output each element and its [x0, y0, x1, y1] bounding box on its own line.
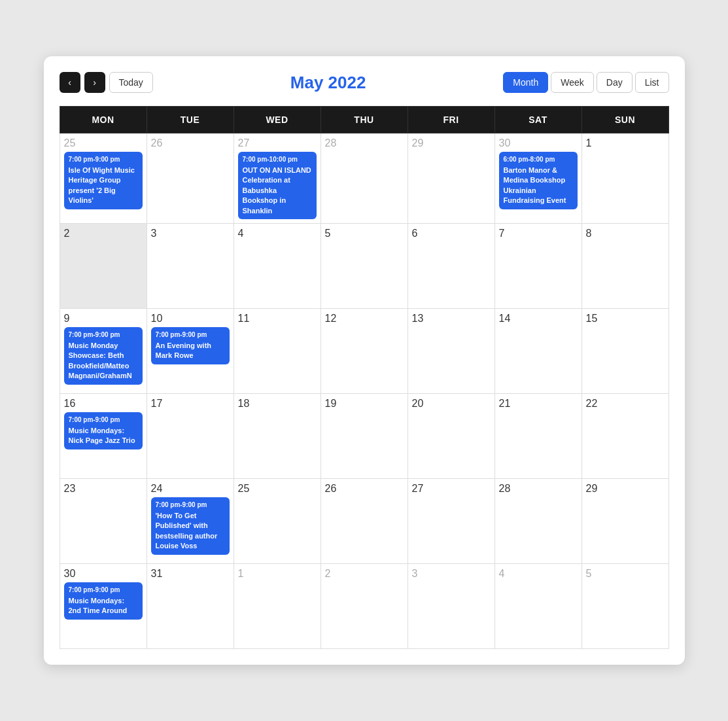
calendar-cell[interactable]: 7	[494, 223, 581, 308]
calendar-cell[interactable]: 21	[494, 393, 581, 478]
event-title: 'How To Get Published' with bestselling …	[156, 512, 218, 550]
event-title: Music Monday Showcase: Beth Brookfield/M…	[69, 342, 132, 379]
calendar-cell[interactable]: 15	[581, 308, 668, 393]
days-header-row: MONTUEWEDTHUFRISATSUN	[60, 107, 668, 133]
calendar-event[interactable]: 7:00 pm-9:00 pmIsle Of Wight Music Herit…	[64, 152, 143, 209]
calendar-grid: MONTUEWEDTHUFRISATSUN 257:00 pm-9:00 pmI…	[60, 106, 669, 649]
calendar-cell[interactable]: 18	[234, 393, 321, 478]
calendar-event[interactable]: 7:00 pm-9:00 pmAn Evening with Mark Rowe	[151, 327, 230, 364]
calendar-cell[interactable]: 2	[60, 223, 147, 308]
event-title: An Evening with Mark Rowe	[156, 342, 212, 359]
event-time: 7:00 pm-10:00 pm	[243, 155, 312, 164]
day-number: 12	[325, 313, 404, 325]
calendar-cell[interactable]: 4	[494, 563, 581, 648]
calendar-cell[interactable]: 19	[321, 393, 407, 478]
day-number: 8	[586, 228, 665, 239]
calendar-cell[interactable]: 29	[407, 133, 494, 224]
calendar-cell[interactable]: 28	[494, 478, 581, 563]
prev-button[interactable]: ‹	[60, 72, 80, 93]
calendar-cell[interactable]: 20	[407, 393, 494, 478]
calendar-cell[interactable]: 22	[581, 393, 668, 478]
day-number: 5	[586, 568, 665, 580]
day-number: 7	[499, 228, 578, 239]
day-number: 26	[325, 483, 404, 495]
calendar-cell[interactable]: 26	[147, 133, 234, 224]
view-btn-week[interactable]: Week	[551, 72, 594, 93]
calendar-cell[interactable]: 23	[60, 478, 147, 563]
calendar-cell[interactable]: 1	[234, 563, 321, 648]
calendar-cell[interactable]: 25	[234, 478, 321, 563]
day-number: 14	[499, 313, 578, 325]
calendar-cell[interactable]: 257:00 pm-9:00 pmIsle Of Wight Music Her…	[60, 133, 147, 224]
day-number: 10	[151, 313, 230, 325]
view-btn-month[interactable]: Month	[503, 72, 548, 93]
calendar-cell[interactable]: 27	[407, 478, 494, 563]
calendar-event[interactable]: 6:00 pm-8:00 pmBarton Manor & Medina Boo…	[499, 152, 578, 209]
calendar-cell[interactable]: 28	[321, 133, 407, 224]
day-number: 15	[586, 313, 665, 325]
calendar-cell[interactable]: 247:00 pm-9:00 pm'How To Get Published' …	[147, 478, 234, 563]
week-row-5: 307:00 pm-9:00 pmMusic Mondays: 2nd Time…	[60, 563, 668, 648]
calendar-cell[interactable]: 97:00 pm-9:00 pmMusic Monday Showcase: B…	[60, 308, 147, 393]
event-title: Isle Of Wight Music Heritage Group prese…	[69, 166, 135, 204]
calendar-cell[interactable]: 306:00 pm-8:00 pmBarton Manor & Medina B…	[494, 133, 581, 224]
event-title: Barton Manor & Medina Bookshop Ukrainian…	[504, 166, 566, 204]
day-header-fri: FRI	[407, 107, 494, 133]
event-title: Music Mondays: 2nd Time Around	[69, 597, 128, 614]
day-number: 18	[238, 398, 317, 410]
calendar-cell[interactable]: 3	[147, 223, 234, 308]
calendar-cell[interactable]: 2	[321, 563, 407, 648]
calendar-cell[interactable]: 26	[321, 478, 407, 563]
calendar-cell[interactable]: 107:00 pm-9:00 pmAn Evening with Mark Ro…	[147, 308, 234, 393]
calendar-cell[interactable]: 4	[234, 223, 321, 308]
week-row-1: 2345678	[60, 223, 668, 308]
day-number: 24	[151, 483, 230, 495]
calendar-cell[interactable]: 5	[321, 223, 407, 308]
view-btn-list[interactable]: List	[635, 72, 669, 93]
view-controls: MonthWeekDayList	[503, 72, 668, 93]
day-number: 28	[499, 483, 578, 495]
calendar-event[interactable]: 7:00 pm-9:00 pmMusic Monday Showcase: Be…	[64, 327, 143, 385]
calendar-cell[interactable]: 307:00 pm-9:00 pmMusic Mondays: 2nd Time…	[60, 563, 147, 648]
week-row-2: 97:00 pm-9:00 pmMusic Monday Showcase: B…	[60, 308, 668, 393]
day-number: 13	[412, 313, 491, 325]
day-number: 1	[586, 137, 665, 149]
calendar-cell[interactable]: 5	[581, 563, 668, 648]
calendar-cell[interactable]: 14	[494, 308, 581, 393]
day-number: 11	[238, 313, 317, 325]
day-number: 28	[325, 137, 404, 149]
calendar-cell[interactable]: 277:00 pm-10:00 pmOUT ON AN ISLAND Celeb…	[234, 133, 321, 224]
day-number: 20	[412, 398, 491, 410]
calendar-event[interactable]: 7:00 pm-9:00 pm'How To Get Published' wi…	[151, 497, 230, 555]
calendar-cell[interactable]: 31	[147, 563, 234, 648]
calendar-event[interactable]: 7:00 pm-10:00 pmOUT ON AN ISLAND Celebra…	[238, 152, 317, 219]
calendar-event[interactable]: 7:00 pm-9:00 pmMusic Mondays: Nick Page …	[64, 412, 143, 449]
calendar-cell[interactable]: 11	[234, 308, 321, 393]
day-header-mon: MON	[60, 107, 147, 133]
day-number: 9	[64, 313, 143, 325]
day-number: 26	[151, 137, 230, 149]
day-number: 25	[238, 483, 317, 495]
day-number: 27	[238, 137, 317, 149]
calendar-cell[interactable]: 8	[581, 223, 668, 308]
day-number: 19	[325, 398, 404, 410]
calendar-cell[interactable]: 13	[407, 308, 494, 393]
event-time: 7:00 pm-9:00 pm	[69, 155, 138, 164]
view-btn-day[interactable]: Day	[597, 72, 633, 93]
calendar-cell[interactable]: 29	[581, 478, 668, 563]
calendar-cell[interactable]: 167:00 pm-9:00 pmMusic Mondays: Nick Pag…	[60, 393, 147, 478]
calendar-cell[interactable]: 3	[407, 563, 494, 648]
event-time: 7:00 pm-9:00 pm	[69, 586, 138, 595]
calendar-cell[interactable]: 12	[321, 308, 407, 393]
today-button[interactable]: Today	[109, 72, 153, 93]
calendar-cell[interactable]: 1	[581, 133, 668, 224]
nav-controls: ‹ › Today	[60, 72, 153, 93]
day-number: 23	[64, 483, 143, 495]
calendar-header: ‹ › Today May 2022 MonthWeekDayList	[60, 72, 669, 93]
calendar-cell[interactable]: 6	[407, 223, 494, 308]
calendar-tbody: 257:00 pm-9:00 pmIsle Of Wight Music Her…	[60, 133, 668, 649]
next-button[interactable]: ›	[84, 72, 105, 93]
calendar-cell[interactable]: 17	[147, 393, 234, 478]
calendar-event[interactable]: 7:00 pm-9:00 pmMusic Mondays: 2nd Time A…	[64, 582, 143, 620]
day-number: 25	[64, 137, 143, 149]
